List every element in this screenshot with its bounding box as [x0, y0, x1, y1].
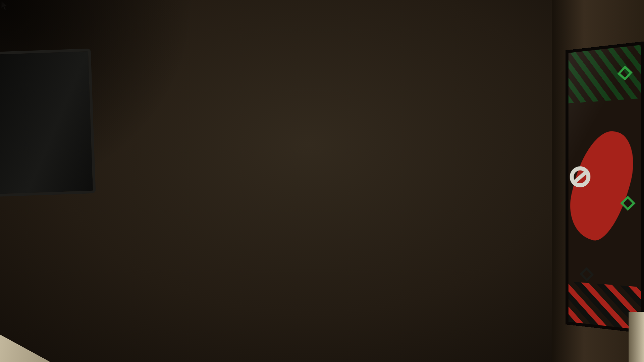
- wall-art: [566, 41, 644, 333]
- scene: [0, 0, 644, 362]
- wall-art-shape: [569, 45, 641, 330]
- desk-corner: [0, 328, 84, 362]
- background-monitor: [0, 49, 96, 197]
- monitor: [117, 9, 557, 362]
- background-object: [629, 312, 644, 362]
